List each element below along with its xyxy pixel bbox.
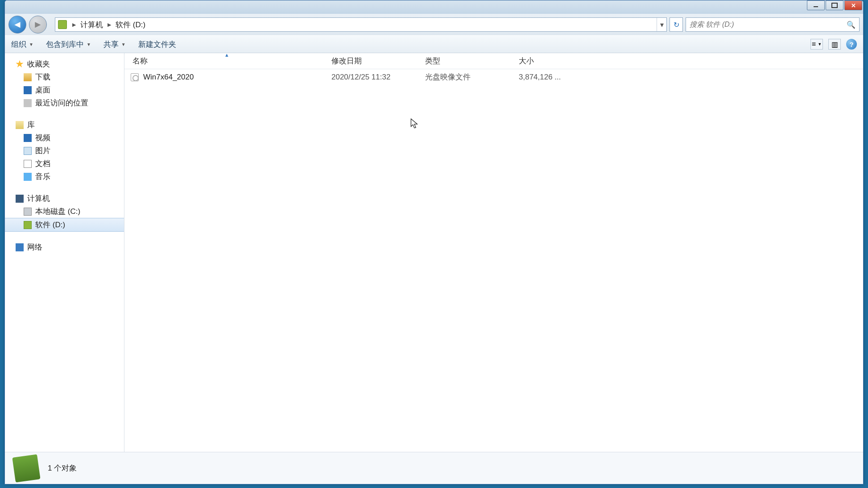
dropdown-icon: ▼ <box>121 42 126 47</box>
file-area[interactable]: Win7x64_2020 2020/12/25 11:32 光盘映像文件 3,8… <box>124 69 863 452</box>
sidebar-computer[interactable]: 计算机 <box>5 192 124 205</box>
computer-icon <box>16 195 24 203</box>
sidebar-favorites[interactable]: 收藏夹 <box>5 58 124 71</box>
sidebar-videos[interactable]: 视频 <box>5 131 124 144</box>
sidebar-item-label: 桌面 <box>35 85 50 95</box>
sidebar-item-label: 收藏夹 <box>27 59 50 69</box>
forward-button[interactable]: ► <box>29 16 47 33</box>
video-icon <box>24 134 32 142</box>
sidebar-drive-d[interactable]: 软件 (D:) <box>5 218 124 232</box>
dropdown-icon: ▼ <box>29 42 33 47</box>
drive-icon <box>24 221 32 229</box>
include-library-button[interactable]: 包含到库中▼ <box>46 39 91 50</box>
sidebar-item-label: 图片 <box>35 146 50 156</box>
sidebar-item-label: 计算机 <box>27 193 50 204</box>
music-icon <box>24 173 32 181</box>
refresh-button[interactable]: ↻ <box>670 17 683 32</box>
close-button[interactable] <box>844 0 862 10</box>
sidebar-recent[interactable]: 最近访问的位置 <box>5 96 124 109</box>
toolbar: 组织▼ 包含到库中▼ 共享▼ 新建文件夹 ≡▼ ▥ ? <box>5 35 863 53</box>
title-bar[interactable] <box>5 0 863 14</box>
status-text: 1 个对象 <box>48 463 77 473</box>
sidebar-item-label: 库 <box>27 120 35 130</box>
organize-button[interactable]: 组织▼ <box>11 39 33 50</box>
sidebar-pictures[interactable]: 图片 <box>5 144 124 157</box>
organize-label: 组织 <box>11 39 26 50</box>
column-size[interactable]: 大小 <box>519 56 577 66</box>
file-date: 2020/12/25 11:32 <box>331 73 425 82</box>
help-button[interactable]: ? <box>846 39 857 50</box>
iso-file-icon <box>131 73 139 81</box>
file-row[interactable]: Win7x64_2020 2020/12/25 11:32 光盘映像文件 3,8… <box>124 69 863 85</box>
navigation-pane[interactable]: 收藏夹 下载 桌面 最近访问的位置 库 视频 图片 文档 音乐 计算机 本地磁盘… <box>5 53 124 452</box>
cursor-icon <box>410 118 419 132</box>
search-icon[interactable]: 🔍 <box>847 21 856 29</box>
address-dropdown-icon[interactable]: ▾ <box>657 18 666 31</box>
breadcrumb-sep-icon: ▶ <box>70 22 79 28</box>
search-input[interactable] <box>690 21 847 29</box>
document-icon <box>24 160 32 168</box>
new-folder-label: 新建文件夹 <box>138 39 176 50</box>
sidebar-documents[interactable]: 文档 <box>5 157 124 170</box>
breadcrumb-sep-icon: ▶ <box>105 22 114 28</box>
sidebar-item-label: 音乐 <box>35 171 50 182</box>
share-button[interactable]: 共享▼ <box>103 39 126 50</box>
sidebar-item-label: 软件 (D:) <box>35 220 65 230</box>
column-type[interactable]: 类型 <box>425 56 519 66</box>
file-size: 3,874,126 ... <box>519 73 577 82</box>
file-type: 光盘映像文件 <box>425 72 519 82</box>
recent-icon <box>24 99 32 107</box>
address-bar[interactable]: ▶ 计算机 ▶ 软件 (D:) ▾ <box>55 17 667 32</box>
sidebar-libraries[interactable]: 库 <box>5 118 124 131</box>
network-icon <box>16 243 24 251</box>
sidebar-item-label: 本地磁盘 (C:) <box>35 206 80 217</box>
picture-icon <box>24 147 32 155</box>
search-box[interactable]: 🔍 <box>686 17 860 32</box>
maximize-button[interactable] <box>826 0 843 10</box>
sidebar-music[interactable]: 音乐 <box>5 170 124 183</box>
status-bar: 1 个对象 <box>5 452 863 484</box>
explorer-body: 收藏夹 下载 桌面 最近访问的位置 库 视频 图片 文档 音乐 计算机 本地磁盘… <box>5 53 863 452</box>
drive-icon <box>24 208 32 216</box>
sidebar-item-label: 视频 <box>35 133 50 143</box>
sidebar-item-label: 网络 <box>27 242 42 252</box>
sidebar-downloads[interactable]: 下载 <box>5 71 124 83</box>
column-label: 名称 <box>132 57 148 65</box>
new-folder-button[interactable]: 新建文件夹 <box>138 39 176 50</box>
view-options-button[interactable]: ≡▼ <box>810 39 823 50</box>
share-label: 共享 <box>103 39 119 50</box>
sidebar-network[interactable]: 网络 <box>5 241 124 254</box>
file-name: Win7x64_2020 <box>143 73 194 82</box>
dropdown-icon: ▼ <box>87 42 91 47</box>
sidebar-item-label: 最近访问的位置 <box>35 98 88 108</box>
drive-icon <box>58 20 67 29</box>
downloads-icon <box>24 73 32 81</box>
column-name[interactable]: 名称▲ <box>131 56 331 66</box>
nav-bar: ◄ ► ▶ 计算机 ▶ 软件 (D:) ▾ ↻ 🔍 <box>5 14 863 35</box>
sort-indicator-icon: ▲ <box>224 52 229 58</box>
column-date[interactable]: 修改日期 <box>331 56 425 66</box>
sidebar-drive-c[interactable]: 本地磁盘 (C:) <box>5 205 124 218</box>
star-icon <box>16 60 24 68</box>
desktop-icon <box>24 86 32 94</box>
preview-pane-button[interactable]: ▥ <box>828 39 841 50</box>
breadcrumb-drive[interactable]: 软件 (D:) <box>114 20 147 30</box>
include-label: 包含到库中 <box>46 39 84 50</box>
library-icon <box>16 121 24 129</box>
explorer-window: ◄ ► ▶ 计算机 ▶ 软件 (D:) ▾ ↻ 🔍 组织▼ 包含到库中▼ 共享▼… <box>4 0 864 484</box>
sidebar-item-label: 文档 <box>35 158 50 169</box>
back-button[interactable]: ◄ <box>8 16 26 33</box>
column-headers[interactable]: 名称▲ 修改日期 类型 大小 <box>124 53 863 69</box>
sidebar-item-label: 下载 <box>35 72 50 82</box>
minimize-button[interactable] <box>807 0 825 10</box>
breadcrumb-computer[interactable]: 计算机 <box>79 20 105 30</box>
sidebar-desktop[interactable]: 桌面 <box>5 83 124 96</box>
file-list-pane: 名称▲ 修改日期 类型 大小 Win7x64_2020 2020/12/25 1… <box>124 53 863 452</box>
drive-large-icon <box>12 454 40 482</box>
